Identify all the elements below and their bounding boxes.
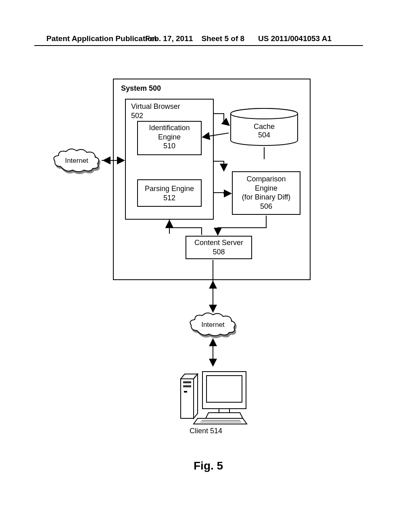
arrow-comparison-to-content: [218, 216, 266, 234]
arrow-parse-to-comparison: [214, 193, 230, 193]
arrow-vb-to-comparison: [214, 161, 224, 170]
figure-caption: Fig. 5: [194, 459, 223, 472]
arrow-content-to-vb: [169, 221, 202, 235]
arrow-vb-to-cache: [224, 121, 229, 125]
arrows-layer: [0, 0, 413, 532]
arrow-cache-to-ident: [203, 133, 229, 137]
figure-canvas: System 500 Virtual Browser 502 Identific…: [0, 0, 413, 532]
path-vb-to-cache: [214, 114, 224, 121]
svg-line-10: [169, 232, 184, 242]
